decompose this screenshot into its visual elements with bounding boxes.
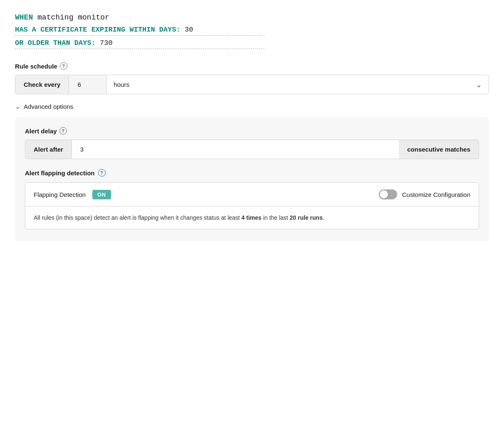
flapping-detection-box: Flapping Detection ON Customize Configur… (25, 182, 479, 229)
alert-after-input[interactable] (72, 140, 399, 159)
condition2-label: OR OLDER THAN DAYS: (15, 39, 100, 47)
info-text-middle: in the last (262, 214, 290, 221)
when-keyword: WHEN (15, 13, 33, 22)
flapping-detection-text: Flapping Detection (34, 191, 86, 198)
rule-schedule-label: Rule schedule (15, 63, 57, 70)
rule-schedule-label-row: Rule schedule ? (15, 62, 489, 70)
flapping-info-box: All rules (in this space) detect an aler… (25, 206, 479, 229)
info-text-before: All rules (in this space) detect an aler… (34, 214, 242, 221)
rule-schedule-help-icon[interactable]: ? (60, 62, 67, 70)
alert-after-label: Alert after (25, 140, 72, 159)
hours-label: hours (114, 81, 476, 88)
customize-config-toggle[interactable] (379, 189, 397, 199)
advanced-options-label: Advanced options (24, 103, 73, 110)
rule-schedule-section: Rule schedule ? Check every hours ⌄ (15, 62, 489, 94)
when-line: WHEN matching monitor (15, 13, 489, 22)
hours-chevron-icon: ⌄ (476, 80, 482, 89)
alert-flapping-section: Alert flapping detection ? Flapping Dete… (25, 169, 479, 229)
advanced-section: Alert delay ? Alert after consecutive ma… (15, 117, 489, 241)
consecutive-matches-label: consecutive matches (399, 140, 479, 159)
when-text: matching monitor (37, 13, 109, 22)
condition1-label: HAS A CERTIFICATE EXPIRING WITHIN DAYS: (15, 26, 185, 34)
alert-delay-row: Alert after consecutive matches (25, 140, 479, 159)
info-bold-1: 4 times (242, 214, 262, 221)
condition1-value: 30 (185, 26, 193, 34)
condition2-line: OR OLDER THAN DAYS: 730 (15, 39, 264, 49)
flapping-detection-row: Flapping Detection ON Customize Configur… (25, 183, 479, 206)
advanced-options-chevron-icon: ⌄ (15, 103, 20, 110)
check-every-label: Check every (15, 75, 69, 94)
info-text-after: . (323, 214, 324, 221)
flapping-label-row: Alert flapping detection ? (25, 169, 479, 177)
alert-delay-help-icon[interactable]: ? (59, 127, 67, 135)
on-badge[interactable]: ON (92, 190, 111, 199)
info-bold-2: 20 rule runs (290, 214, 323, 221)
check-every-input[interactable] (69, 75, 106, 94)
alert-flapping-help-icon[interactable]: ? (98, 169, 106, 177)
alert-delay-label: Alert delay (25, 128, 57, 135)
customize-config-text: Customize Configuration (402, 191, 470, 198)
schedule-row: Check every hours ⌄ (15, 75, 489, 94)
condition1-block: HAS A CERTIFICATE EXPIRING WITHIN DAYS: … (15, 26, 489, 39)
condition1-line: HAS A CERTIFICATE EXPIRING WITHIN DAYS: … (15, 26, 264, 36)
check-every-box: Check every (15, 75, 107, 94)
hours-select[interactable]: hours ⌄ (107, 75, 489, 94)
alert-delay-block: Alert delay ? Alert after consecutive ma… (25, 127, 479, 159)
toggle-container: Customize Configuration (379, 189, 470, 199)
condition2-block: OR OLDER THAN DAYS: 730 (15, 39, 489, 52)
alert-flapping-label: Alert flapping detection (25, 169, 95, 177)
condition2-value: 730 (100, 39, 113, 47)
advanced-options-toggle[interactable]: ⌄ Advanced options (15, 103, 489, 110)
alert-delay-label-row: Alert delay ? (25, 127, 479, 135)
